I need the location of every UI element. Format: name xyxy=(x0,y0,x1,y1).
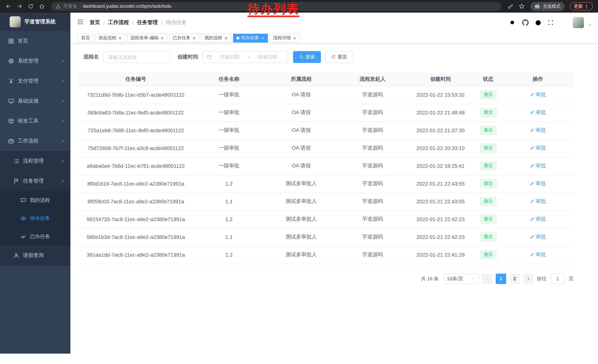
process-name-input[interactable] xyxy=(103,51,170,63)
status-badge: 激活 xyxy=(480,179,496,188)
cell-task-id: 8f059c03-7ac8-11ec-a9e2-a2380e71991a xyxy=(78,193,194,210)
status-badge: 激活 xyxy=(480,197,496,206)
cell-actions: 审批 xyxy=(502,121,573,139)
tab-home[interactable]: 首页 xyxy=(78,33,93,42)
process-name-label: 流程名 xyxy=(83,54,99,60)
chevron-up-icon xyxy=(61,179,65,183)
column-header-status: 状态 xyxy=(474,73,502,86)
sidebar-item-label: 首页 xyxy=(18,38,65,44)
tab-start-process[interactable]: 发起流程 xyxy=(95,33,125,42)
browser-reload-button[interactable] xyxy=(26,1,36,11)
eye-icon xyxy=(20,215,26,221)
approve-link-label: 审批 xyxy=(536,145,546,152)
status-badge: 激活 xyxy=(480,215,496,224)
sidebar-item-workflow[interactable]: 工作流程 xyxy=(0,131,70,151)
sidebar-item-system[interactable]: 系统管理 xyxy=(0,51,70,71)
tab-process-detail[interactable]: 流程详情 xyxy=(270,33,300,42)
avatar-dropdown-icon xyxy=(588,23,592,27)
approve-link[interactable]: 审批 xyxy=(530,251,546,258)
cell-initiator: 芋道源码 xyxy=(338,139,407,157)
approve-link[interactable]: 审批 xyxy=(530,145,546,152)
approve-link[interactable]: 审批 xyxy=(530,216,546,223)
approve-link[interactable]: 审批 xyxy=(530,198,546,205)
next-page-button[interactable] xyxy=(523,274,533,284)
breadcrumb-workflow[interactable]: 工作流程 xyxy=(108,19,129,26)
tab-close-icon[interactable] xyxy=(293,36,296,40)
task-submenu: 我的流程 待办任务 已办任务 xyxy=(0,191,70,245)
tab-todo-tasks[interactable]: 待办任务 xyxy=(233,33,268,42)
security-label: 不安全 xyxy=(63,3,77,9)
sidebar-fold-icon[interactable] xyxy=(77,18,84,27)
approve-link[interactable]: 审批 xyxy=(530,127,546,134)
avatar[interactable] xyxy=(573,17,584,28)
browser-forward-button[interactable] xyxy=(15,1,25,11)
tab-done-tasks[interactable]: 已办任务 xyxy=(169,33,199,42)
help-icon[interactable] xyxy=(535,19,541,26)
tab-my-processes[interactable]: 我的流程 xyxy=(201,33,231,42)
cell-status: 激活 xyxy=(474,210,502,228)
sidebar-item-home[interactable]: 首页 xyxy=(0,31,70,51)
approve-link[interactable]: 审批 xyxy=(530,91,546,98)
flag-icon xyxy=(13,178,19,184)
tab-close-icon[interactable] xyxy=(192,36,196,40)
breadcrumb-task-management[interactable]: 任务管理 xyxy=(137,19,158,26)
cell-actions: 审批 xyxy=(502,157,573,175)
tab-close-icon[interactable] xyxy=(224,36,228,40)
page-size-select[interactable]: 10条/页 xyxy=(443,274,479,284)
sidebar-item-task-management[interactable]: 任务管理 xyxy=(0,171,70,191)
column-header-actions: 操作 xyxy=(502,73,573,86)
status-badge: 激活 xyxy=(480,162,496,170)
bookmark-star-icon[interactable] xyxy=(517,1,526,11)
cell-created-time: 2022-01-22 21:48:48 xyxy=(407,104,474,121)
sidebar-item-infrastructure[interactable]: 基础设施 xyxy=(0,91,70,111)
approve-link[interactable]: 审批 xyxy=(530,109,546,116)
font-size-icon[interactable] xyxy=(560,19,566,26)
key-icon[interactable] xyxy=(506,1,515,11)
cell-task-name: 一级审批 xyxy=(194,86,264,104)
search-button[interactable]: 搜索 xyxy=(293,51,321,63)
browser-menu-icon[interactable]: ⋮ xyxy=(584,4,589,9)
tab-close-icon[interactable] xyxy=(118,36,122,40)
tab-label: 发起流程 xyxy=(99,35,116,41)
browser-back-button[interactable] xyxy=(4,1,13,11)
edit-icon xyxy=(530,110,534,115)
browser-update-button[interactable]: 更新 ⋮ xyxy=(570,2,593,10)
edit-icon xyxy=(530,235,534,239)
prev-page-button[interactable] xyxy=(482,274,492,284)
end-date-placeholder: 结束日期 xyxy=(251,54,284,60)
sidebar-item-leave-query[interactable]: 请假查询 xyxy=(0,245,70,266)
browser-home-button[interactable] xyxy=(37,1,47,11)
edit-icon xyxy=(530,93,534,97)
sidebar-item-devtools[interactable]: 研发工具 xyxy=(0,111,70,131)
page-button-1[interactable]: 1 xyxy=(496,274,506,284)
tab-close-icon[interactable] xyxy=(160,36,164,40)
sidebar-item-done-tasks[interactable]: 已办任务 xyxy=(0,227,70,245)
sidebar-item-process-management[interactable]: 流程管理 xyxy=(0,151,70,171)
sidebar-item-todo-tasks[interactable]: 待办任务 xyxy=(0,209,70,227)
table-row: 58154733-7ac8-11ec-a9e2-a2380e71991a 1.2… xyxy=(78,210,573,228)
tab-label: 已办任务 xyxy=(173,35,191,41)
approve-link[interactable]: 审批 xyxy=(530,234,546,240)
breadcrumb-home[interactable]: 首页 xyxy=(90,19,100,26)
search-icon[interactable] xyxy=(509,19,516,26)
page-button-2[interactable]: 2 xyxy=(509,274,520,284)
fullscreen-icon[interactable] xyxy=(548,20,554,25)
sidebar-item-label: 待办任务 xyxy=(30,215,65,222)
app-title: 芋道管理系统 xyxy=(25,18,56,25)
cell-status: 激活 xyxy=(474,246,502,264)
reset-button[interactable]: 重置 xyxy=(325,51,353,63)
sidebar-item-my-processes[interactable]: 我的流程 xyxy=(0,191,70,209)
approve-link[interactable]: 审批 xyxy=(530,162,546,169)
table-row: 069c6a63-7b8a-11ec-8ef0-acde48001122 一级审… xyxy=(78,104,573,121)
chevron-up-icon xyxy=(61,139,65,143)
tab-process-form-edit[interactable]: 流程表单-编辑 xyxy=(127,33,167,42)
date-range-picker[interactable]: 开始日期 - 结束日期 xyxy=(203,51,288,63)
goto-page-input[interactable] xyxy=(551,274,565,284)
sidebar-item-payment[interactable]: 支付管理 xyxy=(0,71,70,91)
cell-actions: 审批 xyxy=(502,246,573,264)
gear-icon xyxy=(8,58,14,64)
cell-process: OA 请假 xyxy=(264,104,338,121)
github-icon[interactable] xyxy=(522,19,529,26)
approve-link[interactable]: 审批 xyxy=(530,180,546,187)
tab-close-icon[interactable] xyxy=(261,36,265,40)
